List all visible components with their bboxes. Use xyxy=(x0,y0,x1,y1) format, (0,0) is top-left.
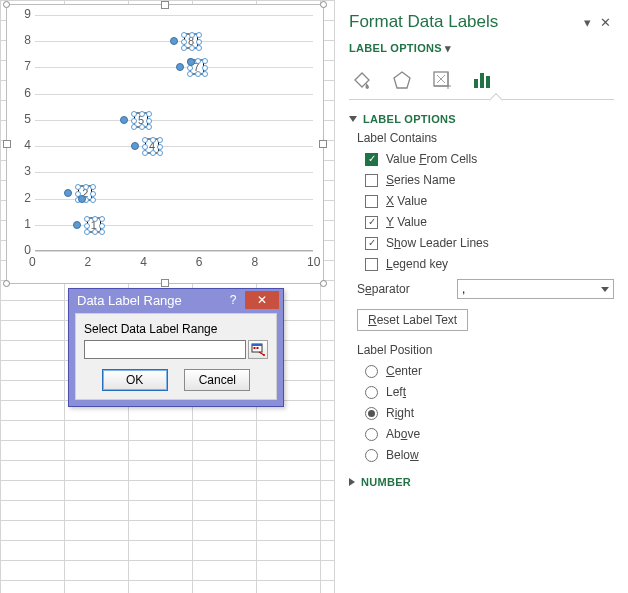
checkbox-icon xyxy=(365,258,378,271)
position-right-radio[interactable]: Right xyxy=(365,406,614,420)
collapse-dialog-button[interactable] xyxy=(248,340,268,359)
label-selection-handle[interactable] xyxy=(90,191,96,197)
gridline xyxy=(35,15,313,16)
label-options-section-header[interactable]: LABEL OPTIONS xyxy=(349,113,614,125)
data-point[interactable] xyxy=(73,221,81,229)
chart-resize-handle[interactable] xyxy=(161,279,169,287)
show-leader-lines-checkbox[interactable]: Show Leader Lines xyxy=(365,236,614,250)
chart-resize-handle[interactable] xyxy=(319,140,327,148)
label-selection-handle[interactable] xyxy=(157,137,163,143)
label-selection-handle[interactable] xyxy=(92,229,98,235)
fill-line-tab[interactable] xyxy=(351,69,373,91)
paint-bucket-icon xyxy=(351,69,373,91)
dialog-close-button[interactable]: ✕ xyxy=(245,291,279,309)
checkbox-icon xyxy=(365,237,378,250)
label-selection-handle[interactable] xyxy=(90,197,96,203)
label-selection-handle[interactable] xyxy=(99,223,105,229)
label-selection-handle[interactable] xyxy=(157,150,163,156)
label-selection-handle[interactable] xyxy=(157,144,163,150)
label-selection-handle[interactable] xyxy=(90,184,96,190)
label-selection-handle[interactable] xyxy=(139,111,145,117)
label-selection-handle[interactable] xyxy=(84,216,90,222)
radio-icon xyxy=(365,407,378,420)
data-point[interactable] xyxy=(187,58,195,66)
series-name-checkbox[interactable]: Series Name xyxy=(365,173,614,187)
legend-key-checkbox[interactable]: Legend key xyxy=(365,257,614,271)
dialog-titlebar[interactable]: Data Label Range ? ✕ xyxy=(69,289,283,313)
label-selection-handle[interactable] xyxy=(195,71,201,77)
label-selection-handle[interactable] xyxy=(131,124,137,130)
label-selection-handle[interactable] xyxy=(142,150,148,156)
y-tick-label: 1 xyxy=(11,217,31,231)
gridline xyxy=(35,94,313,95)
chart-resize-handle[interactable] xyxy=(3,1,10,8)
radio-icon xyxy=(365,449,378,462)
label-selection-handle[interactable] xyxy=(99,229,105,235)
value-from-cells-checkbox[interactable]: Value From Cells xyxy=(365,152,614,166)
data-point[interactable] xyxy=(131,142,139,150)
position-below-radio[interactable]: Below xyxy=(365,448,614,462)
chart-resize-handle[interactable] xyxy=(3,280,10,287)
label-selection-handle[interactable] xyxy=(131,111,137,117)
pane-subtitle[interactable]: LABEL OPTIONS ▾ xyxy=(349,42,614,55)
label-options-tab[interactable] xyxy=(471,69,493,91)
label-selection-handle[interactable] xyxy=(99,216,105,222)
chart-object[interactable]: 01234567890246810124578 xyxy=(6,4,324,284)
label-selection-handle[interactable] xyxy=(202,58,208,64)
range-input[interactable] xyxy=(84,340,246,359)
label-selection-handle[interactable] xyxy=(146,124,152,130)
cancel-button-label: Cancel xyxy=(199,373,236,387)
cancel-button[interactable]: Cancel xyxy=(184,369,250,391)
y-tick-label: 5 xyxy=(11,112,31,126)
label-selection-handle[interactable] xyxy=(84,223,90,229)
effects-tab[interactable] xyxy=(391,69,413,91)
label-selection-handle[interactable] xyxy=(92,216,98,222)
data-label-range-dialog[interactable]: Data Label Range ? ✕ Select Data Label R… xyxy=(68,288,284,407)
label-selection-handle[interactable] xyxy=(131,118,137,124)
dialog-help-button[interactable]: ? xyxy=(222,291,244,309)
data-point[interactable] xyxy=(64,189,72,197)
data-point[interactable] xyxy=(170,37,178,45)
label-selection-handle[interactable] xyxy=(146,118,152,124)
chart-resize-handle[interactable] xyxy=(161,1,169,9)
label-selection-handle[interactable] xyxy=(146,111,152,117)
ok-button[interactable]: OK xyxy=(102,369,168,391)
position-left-radio[interactable]: Left xyxy=(365,385,614,399)
label-selection-handle[interactable] xyxy=(150,150,156,156)
position-above-radio[interactable]: Above xyxy=(365,427,614,441)
reset-label-text-button[interactable]: Reset Label Text xyxy=(357,309,468,331)
label-selection-handle[interactable] xyxy=(84,229,90,235)
data-point[interactable] xyxy=(78,195,86,203)
gridline xyxy=(35,67,313,68)
y-tick-label: 2 xyxy=(11,191,31,205)
dialog-prompt: Select Data Label Range xyxy=(84,322,268,336)
label-selection-handle[interactable] xyxy=(139,124,145,130)
separator-combo[interactable]: , xyxy=(457,279,614,299)
data-point[interactable] xyxy=(176,63,184,71)
label-selection-handle[interactable] xyxy=(189,45,195,51)
chart-resize-handle[interactable] xyxy=(320,1,327,8)
y-value-checkbox[interactable]: Y Value xyxy=(365,215,614,229)
position-center-radio[interactable]: Center xyxy=(365,364,614,378)
y-tick-label: 7 xyxy=(11,59,31,73)
y-tick-label: 9 xyxy=(11,7,31,21)
label-selection-handle[interactable] xyxy=(202,71,208,77)
label-selection-handle[interactable] xyxy=(196,32,202,38)
plot-area[interactable]: 01234567890246810124578 xyxy=(35,15,313,251)
chart-resize-handle[interactable] xyxy=(320,280,327,287)
label-selection-handle[interactable] xyxy=(196,39,202,45)
label-selection-handle[interactable] xyxy=(181,45,187,51)
radio-icon xyxy=(365,386,378,399)
data-point[interactable] xyxy=(120,116,128,124)
x-tick-label: 2 xyxy=(85,255,92,269)
size-properties-tab[interactable] xyxy=(431,69,453,91)
refedit-icon xyxy=(251,343,265,356)
number-section-header[interactable]: NUMBER xyxy=(349,476,614,488)
label-selection-handle[interactable] xyxy=(196,45,202,51)
pane-close-button[interactable]: ✕ xyxy=(596,15,614,30)
chart-resize-handle[interactable] xyxy=(3,140,11,148)
x-value-checkbox[interactable]: X Value xyxy=(365,194,614,208)
pane-menu-button[interactable]: ▾ xyxy=(578,15,596,30)
label-selection-handle[interactable] xyxy=(187,71,193,77)
y-tick-label: 4 xyxy=(11,138,31,152)
